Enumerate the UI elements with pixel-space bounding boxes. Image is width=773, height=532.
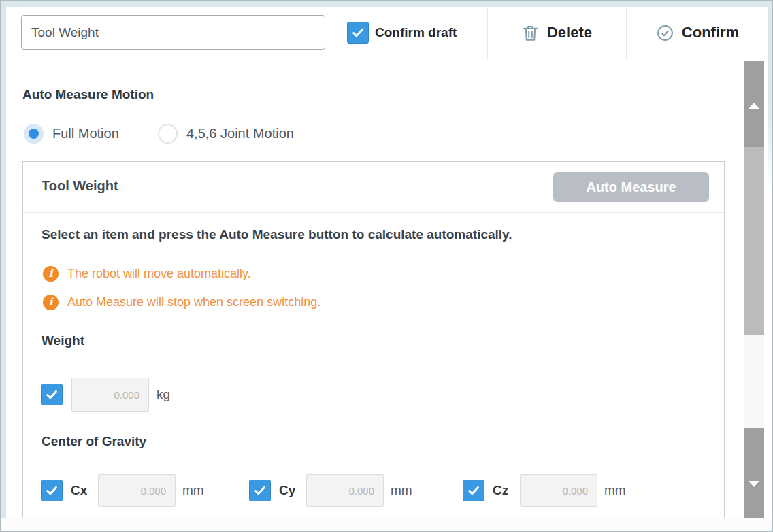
tool-name-input[interactable] xyxy=(21,15,325,50)
checkmark-icon xyxy=(252,483,267,498)
notice-robot-moves: i The robot will move automatically. xyxy=(43,266,251,282)
panel-title: Tool Weight xyxy=(42,178,118,194)
cy-input[interactable] xyxy=(306,474,384,507)
cz-checkbox[interactable] xyxy=(463,480,484,501)
auto-measure-motion-title: Auto Measure Motion xyxy=(22,87,154,102)
triangle-up-icon xyxy=(749,103,759,109)
scroll-down-button[interactable] xyxy=(744,428,764,520)
scrollbar-thumb[interactable] xyxy=(744,147,764,335)
tool-weight-settings-window: Confirm draft Delete Confirm Auto Measur… xyxy=(0,0,773,532)
cy-checkbox[interactable] xyxy=(249,480,271,501)
delete-button[interactable]: Delete xyxy=(488,7,625,59)
radio-456-joint-motion[interactable]: 4,5,6 Joint Motion xyxy=(158,124,294,144)
checkmark-icon xyxy=(44,483,59,498)
checkmark-icon xyxy=(350,25,365,40)
delete-button-label: Delete xyxy=(547,24,592,41)
confirm-draft-label: Confirm draft xyxy=(375,25,457,40)
cy-label: Cy xyxy=(279,483,298,498)
center-of-gravity-heading: Center of Gravity xyxy=(42,434,146,449)
confirm-button-label: Confirm xyxy=(682,24,739,41)
weight-unit-label: kg xyxy=(157,387,170,402)
panel-header: Tool Weight Auto Measure xyxy=(23,162,724,213)
confirm-draft-control[interactable]: Confirm draft xyxy=(347,22,457,44)
cx-input[interactable] xyxy=(98,474,176,507)
instruction-text: Select an item and press the Auto Measur… xyxy=(42,227,512,242)
cz-unit-label: mm xyxy=(604,483,626,498)
scrollbar-track[interactable] xyxy=(744,335,764,428)
checkmark-icon xyxy=(44,387,59,402)
cx-checkbox[interactable] xyxy=(41,480,63,501)
radio-full-motion-label: Full Motion xyxy=(52,126,119,142)
weight-field-row: kg xyxy=(41,378,170,412)
radio-dot xyxy=(29,129,39,139)
triangle-down-icon xyxy=(749,481,759,487)
scroll-up-button[interactable] xyxy=(744,61,764,147)
bottom-margin-strip xyxy=(1,518,772,531)
cz-input[interactable] xyxy=(520,474,597,507)
tool-weight-panel: Tool Weight Auto Measure Select an item … xyxy=(22,161,725,520)
checkmark-icon xyxy=(466,483,481,498)
info-icon: i xyxy=(43,295,59,310)
cog-cz-row: Cz mm xyxy=(463,474,626,507)
weight-input[interactable] xyxy=(71,378,149,412)
cx-unit-label: mm xyxy=(182,483,204,498)
notice-text: Auto Measure will stop when screen switc… xyxy=(67,295,320,310)
info-icon: i xyxy=(43,266,59,282)
radio-full-motion[interactable]: Full Motion xyxy=(24,124,119,144)
confirm-draft-checkbox[interactable] xyxy=(347,22,369,44)
check-circle-icon xyxy=(656,24,674,42)
main-content: Auto Measure Motion Full Motion 4,5,6 Jo… xyxy=(6,59,768,519)
cog-cy-row: Cy mm xyxy=(249,474,412,507)
cx-label: Cx xyxy=(71,483,90,498)
confirm-button[interactable]: Confirm xyxy=(627,7,768,59)
cz-label: Cz xyxy=(493,483,512,498)
vertical-scrollbar[interactable] xyxy=(744,61,764,520)
auto-measure-button[interactable]: Auto Measure xyxy=(553,172,709,202)
weight-heading: Weight xyxy=(42,333,84,348)
notice-text: The robot will move automatically. xyxy=(67,267,251,281)
radio-unselected-icon[interactable] xyxy=(158,124,178,144)
notice-screen-switching: i Auto Measure will stop when screen swi… xyxy=(43,295,320,310)
radio-456-joint-motion-label: 4,5,6 Joint Motion xyxy=(186,126,294,142)
radio-selected-icon[interactable] xyxy=(24,124,44,144)
cog-cx-row: Cx mm xyxy=(41,474,204,507)
cy-unit-label: mm xyxy=(391,483,412,498)
trash-icon xyxy=(521,24,540,42)
top-toolbar: Confirm draft Delete Confirm xyxy=(6,7,768,59)
weight-checkbox[interactable] xyxy=(41,384,63,405)
